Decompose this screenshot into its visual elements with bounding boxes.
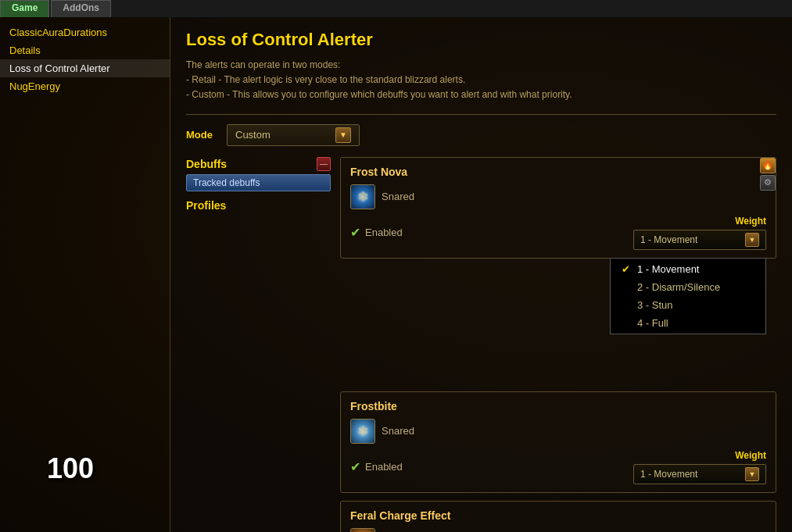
frost-nova-enabled-row: ✔ Enabled Weight 1 - Movement ▼ (350, 216, 766, 250)
frost-nova-settings-icon-btn[interactable]: ⚙ (760, 175, 776, 191)
sidebar: ClassicAuraDurations Details Loss of Con… (0, 17, 170, 532)
panels-row: Debuffs — Tracked debuffs Profiles Frost… (186, 157, 776, 532)
frostbite-card: Frostbite ❄ Snared ✔ Enabled Weight 1 - … (340, 391, 776, 493)
frost-nova-weight-value: 1 - Movement (640, 234, 697, 245)
mode-dropdown-value: Custom (235, 129, 271, 141)
frostbite-checkmark: ✔ (350, 459, 360, 474)
frost-nova-icon: ❄ (350, 184, 375, 209)
feral-charge-spell-row: 🐾 Snared (350, 528, 766, 532)
sidebar-item-classicauradurations[interactable]: ClassicAuraDurations (0, 23, 170, 41)
mode-section: Mode Custom ▼ (186, 124, 776, 146)
frost-nova-title: Frost Nova (350, 166, 766, 178)
frostbite-enabled-left: ✔ Enabled (350, 459, 403, 474)
frost-nova-spell-row: ❄ Snared (350, 184, 766, 209)
frost-nova-checkmark: ✔ (350, 225, 360, 240)
frost-nova-weight-arrow: ▼ (745, 233, 759, 247)
debuffs-header: Debuffs — (186, 157, 331, 171)
weight-option-4-label: 4 - Full (637, 317, 668, 329)
weight-option-3[interactable]: 3 - Stun (611, 296, 765, 314)
main-content: Loss of Control Alerter The alerts can o… (170, 17, 792, 532)
top-bar: Game AddOns (0, 0, 792, 17)
frost-nova-weight-section: Weight 1 - Movement ▼ (633, 216, 766, 250)
frost-nova-weight-dropdown[interactable]: 1 - Movement ▼ (633, 230, 766, 250)
weight-option-1-label: 1 - Movement (637, 263, 699, 275)
divider (186, 114, 776, 115)
description: The alerts can operate in two modes: - R… (186, 58, 776, 103)
frostbite-enabled-row: ✔ Enabled Weight 1 - Movement ▼ (350, 450, 766, 484)
profiles-label[interactable]: Profiles (186, 199, 331, 212)
mode-label: Mode (186, 129, 217, 141)
frost-nova-enabled-left: ✔ Enabled (350, 225, 403, 240)
weight-option-3-label: 3 - Stun (637, 299, 673, 311)
weight-dropdown-menu: ✔ 1 - Movement 2 - Disarm/Silence 3 - St… (610, 258, 766, 334)
frost-nova-fire-icon-btn[interactable]: 🔥 (760, 158, 776, 173)
tab-addons[interactable]: AddOns (51, 0, 111, 17)
right-panel: Frost Nova ❄ Snared ✔ Enabled Weight 1 -… (340, 157, 776, 532)
frostbite-weight-dropdown[interactable]: 1 - Movement ▼ (633, 464, 766, 484)
weight-option-2-label: 2 - Disarm/Silence (637, 281, 720, 293)
mode-dropdown[interactable]: Custom ▼ (227, 124, 360, 146)
frostbite-weight-label: Weight (735, 450, 766, 461)
frost-nova-card: Frost Nova ❄ Snared ✔ Enabled Weight 1 -… (340, 157, 776, 259)
tab-game[interactable]: Game (0, 0, 49, 17)
tracked-debuffs-item[interactable]: Tracked debuffs (186, 174, 331, 191)
frostbite-title: Frostbite (350, 400, 766, 412)
weight-option-1[interactable]: ✔ 1 - Movement (611, 260, 765, 278)
feral-charge-card: Feral Charge Effect 🐾 Snared ✔ Enabled W… (340, 501, 776, 532)
frostbite-enabled-text: Enabled (365, 461, 403, 473)
mode-dropdown-arrow: ▼ (335, 127, 351, 143)
page-title: Loss of Control Alerter (186, 30, 776, 50)
sidebar-item-nugenergy[interactable]: NugEnergy (0, 77, 170, 95)
weight-option-2[interactable]: 2 - Disarm/Silence (611, 278, 765, 296)
weight-option-4[interactable]: 4 - Full (611, 314, 765, 332)
frost-nova-right-icons: 🔥 ⚙ (760, 158, 776, 191)
weight-option-1-check: ✔ (622, 263, 633, 275)
frostbite-spell-row: ❄ Snared (350, 419, 766, 444)
feral-charge-title: Feral Charge Effect (350, 509, 766, 522)
frostbite-weight-arrow: ▼ (745, 467, 759, 481)
frostbite-icon: ❄ (350, 419, 375, 444)
frost-nova-weight-label: Weight (735, 216, 766, 227)
debuffs-collapse-button[interactable]: — (317, 157, 331, 171)
sidebar-item-lossofcontrolalert[interactable]: Loss of Control Alerter (0, 59, 170, 77)
frost-nova-spell-label: Snared (382, 191, 414, 202)
frostbite-weight-section: Weight 1 - Movement ▼ (633, 450, 766, 484)
left-panel: Debuffs — Tracked debuffs Profiles (186, 157, 331, 212)
sidebar-item-details[interactable]: Details (0, 41, 170, 59)
frost-nova-enabled-text: Enabled (365, 227, 403, 238)
debuffs-title: Debuffs (186, 158, 227, 170)
feral-charge-icon: 🐾 (350, 528, 375, 532)
level-badge: 100 (47, 452, 94, 485)
frostbite-weight-value: 1 - Movement (640, 469, 697, 480)
frostbite-spell-label: Snared (382, 425, 414, 437)
